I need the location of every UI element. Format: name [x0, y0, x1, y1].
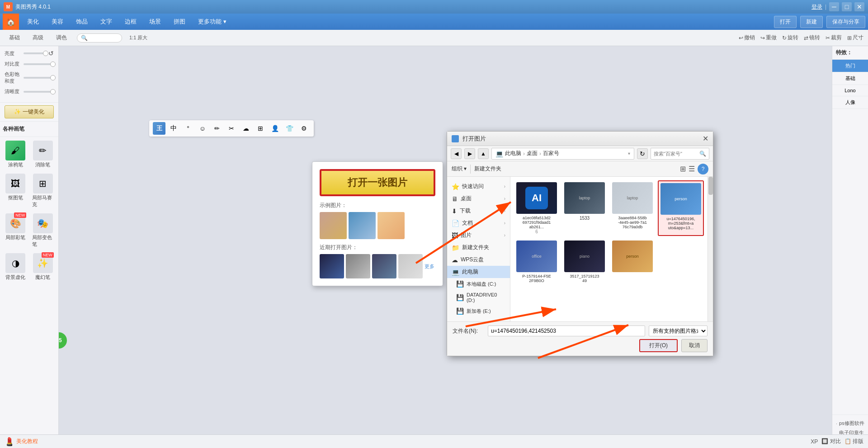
- back-button[interactable]: ◀: [451, 148, 462, 159]
- brush-bgblur[interactable]: ◑ 背景虚化: [3, 251, 28, 283]
- file-item-u1476[interactable]: person u=1476450196,m=253&fmt=auto&app=1…: [658, 180, 704, 236]
- sidebar-this-pc[interactable]: 💻 此电脑: [447, 266, 510, 278]
- menu-item-beauty[interactable]: 美容: [45, 15, 70, 28]
- brush-magic[interactable]: ✨NEW 魔幻笔: [30, 251, 56, 283]
- sample-image-2[interactable]: [349, 212, 376, 239]
- sample-image-3[interactable]: [377, 212, 405, 239]
- tool-scissors[interactable]: ✂: [225, 122, 238, 135]
- saturation-slider[interactable]: [24, 77, 54, 79]
- file-item-1533[interactable]: laptop 1533: [562, 180, 607, 236]
- sidebar-documents[interactable]: 📄 文档 ›: [447, 217, 510, 229]
- menu-item-scene[interactable]: 场景: [143, 15, 167, 28]
- sidebar-drive-d[interactable]: 💾 DATADRIVE0 (D:): [447, 290, 510, 305]
- ps-software-link[interactable]: ps修图软件: [836, 419, 864, 428]
- tool-cloud[interactable]: ☁: [240, 122, 252, 135]
- undo-btn[interactable]: ↩ 撤销: [739, 34, 755, 42]
- brush-mosaic[interactable]: ⊞ 局部马赛克: [30, 172, 56, 210]
- sidebar-quick-access[interactable]: ⭐ 快速访问 ›: [447, 180, 510, 193]
- search-input[interactable]: [88, 35, 119, 41]
- view-btn-bottom[interactable]: 📋 排版: [844, 438, 863, 445]
- tool-degree[interactable]: °: [182, 122, 194, 135]
- brightness-slider[interactable]: [24, 52, 47, 54]
- tab-basic[interactable]: 基础: [5, 32, 24, 43]
- menu-item-text[interactable]: 文字: [94, 15, 118, 28]
- brush-colorbrush[interactable]: 🎨NEW 局部彩笔: [3, 212, 28, 250]
- tool-center[interactable]: 中: [167, 122, 180, 135]
- tool-shirt[interactable]: 👕: [283, 122, 296, 135]
- sharpness-slider[interactable]: [24, 91, 54, 93]
- organize-button[interactable]: 组织 ▾: [452, 165, 467, 173]
- file-item-ai[interactable]: AI a1ec08fa513d2697291f9daad1ab261... 6: [514, 180, 559, 236]
- login-link[interactable]: 登录: [811, 3, 822, 11]
- sidebar-drive-c[interactable]: 💾 本地磁盘 (C:): [447, 278, 510, 290]
- up-button[interactable]: ▲: [478, 148, 489, 159]
- close-button[interactable]: ✕: [854, 2, 864, 11]
- tool-person[interactable]: 👤: [269, 122, 281, 135]
- tab-advanced[interactable]: 高级: [28, 32, 48, 43]
- beauty-edu-button[interactable]: 💄 美化教程: [5, 437, 38, 447]
- refresh-button[interactable]: ↻: [637, 148, 648, 159]
- tool-grid[interactable]: ⊞: [254, 122, 267, 135]
- wang-tool[interactable]: 王: [153, 122, 165, 135]
- filename-input[interactable]: [488, 325, 645, 336]
- menu-item-beautify[interactable]: 美化: [21, 15, 45, 28]
- recent-image-4[interactable]: [398, 254, 423, 278]
- redo-btn[interactable]: ↪ 重做: [760, 34, 777, 42]
- breadcrumb-expand[interactable]: ▾: [628, 151, 630, 156]
- file-item-p1579[interactable]: office P-1579144-F5E2F9B0O: [514, 239, 559, 285]
- rotate-btn[interactable]: ↻ 旋转: [782, 34, 798, 42]
- home-button[interactable]: 🏠: [3, 14, 19, 30]
- save-share-button[interactable]: 保存与分享: [826, 16, 865, 28]
- sidebar-desktop[interactable]: 🖥 桌面 ›: [447, 193, 510, 205]
- menu-item-accessories[interactable]: 饰品: [70, 15, 94, 28]
- file-item-right[interactable]: person: [610, 239, 655, 285]
- sample-image-1[interactable]: [320, 212, 347, 239]
- breadcrumb-folder[interactable]: 百家号: [543, 150, 559, 157]
- open-file-button[interactable]: 打开: [774, 16, 797, 28]
- effects-tab-lono[interactable]: Lono: [832, 85, 868, 96]
- file-scrollbar[interactable]: [708, 177, 713, 321]
- details-view-button[interactable]: ☰: [689, 165, 695, 173]
- effects-tab-basic[interactable]: 基础: [832, 72, 868, 85]
- more-link[interactable]: 更多: [425, 263, 434, 270]
- sidebar-drive-e[interactable]: 💾 新加卷 (E:): [447, 305, 510, 317]
- brush-colorchange[interactable]: 🎭 局部变色笔: [30, 212, 56, 250]
- crop-btn[interactable]: ✂ 裁剪: [826, 34, 842, 42]
- auto-enhance-button[interactable]: ✨ 一键美化: [5, 105, 54, 118]
- compare-btn[interactable]: 🔲 对比: [821, 438, 840, 445]
- file-item-3517[interactable]: piano 3517_1571912349: [562, 239, 607, 285]
- tool-pen[interactable]: ✏: [211, 122, 223, 135]
- menu-item-more[interactable]: 更多功能 ▾: [192, 15, 233, 28]
- effects-tab-portrait[interactable]: 人像: [832, 96, 868, 109]
- tab-color[interactable]: 调色: [52, 32, 71, 43]
- maximize-button[interactable]: □: [842, 2, 852, 11]
- new-file-button[interactable]: 新建: [800, 16, 823, 28]
- brush-graffiti[interactable]: 🖌 涂鸦笔: [3, 139, 28, 170]
- file-dialog-close-button[interactable]: ✕: [703, 134, 708, 143]
- search-box[interactable]: 🔍: [77, 33, 122, 42]
- search-input-dialog[interactable]: [654, 151, 699, 156]
- dialog-open-button[interactable]: 打开(O): [639, 339, 678, 352]
- sidebar-wps-cloud[interactable]: ☁ WPS云盘: [447, 254, 510, 266]
- sidebar-new-folder[interactable]: 📁 新建文件夹: [447, 241, 510, 254]
- menu-item-collage[interactable]: 拼图: [167, 15, 192, 28]
- list-view-button[interactable]: ⊞: [680, 165, 686, 173]
- breadcrumb-computer[interactable]: 此电脑: [505, 150, 521, 157]
- minimize-button[interactable]: ─: [829, 2, 839, 11]
- forward-button[interactable]: ▶: [464, 148, 475, 159]
- help-button[interactable]: ?: [698, 164, 708, 174]
- sidebar-downloads[interactable]: ⬇ 下载 ›: [447, 205, 510, 217]
- dialog-cancel-button[interactable]: 取消: [681, 339, 708, 352]
- resize-btn[interactable]: ⊞ 尺寸: [847, 34, 863, 42]
- file-item-3aaee[interactable]: laptop 3aaee884-558b-4e45-ae99-7a176c79a…: [610, 180, 655, 236]
- recent-image-2[interactable]: [346, 254, 370, 278]
- file-scrollbar-thumb[interactable]: [708, 177, 713, 195]
- recent-image-1[interactable]: [320, 254, 344, 278]
- tool-settings[interactable]: ⚙: [297, 122, 310, 135]
- contrast-slider[interactable]: [24, 63, 54, 65]
- brush-cutout[interactable]: 🖼 抠图笔: [3, 172, 28, 210]
- recent-image-3[interactable]: [372, 254, 396, 278]
- effects-tab-hot[interactable]: 热门: [832, 60, 868, 72]
- brightness-reset[interactable]: ↺: [48, 50, 54, 57]
- tool-face[interactable]: ☺: [196, 122, 209, 135]
